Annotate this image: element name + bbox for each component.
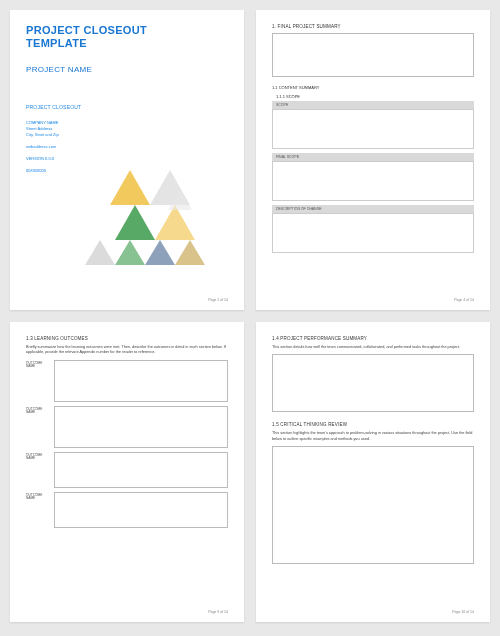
page-performance: 1.4 PROJECT PERFORMANCE SUMMARY This sec…	[256, 322, 490, 622]
page-cover: PROJECT CLOSEOUT TEMPLATE PROJECT NAME P…	[10, 10, 244, 310]
outcome-row: OUTCOME NAME	[26, 492, 228, 528]
page-learning-outcomes: 1.3 LEARNING OUTCOMES Briefly summarize …	[10, 322, 244, 622]
critical-thinking-field[interactable]	[272, 446, 474, 564]
desc-change-label: DESCRIPTION OF CHANGE	[272, 205, 474, 213]
city-state-zip: City, State and Zip	[26, 132, 228, 138]
scope-field[interactable]	[272, 109, 474, 149]
page-footer: Page 4 of 14	[454, 298, 474, 302]
outcome-label: OUTCOME NAME	[26, 360, 54, 402]
outcome-row: OUTCOME NAME	[26, 360, 228, 402]
project-name: PROJECT NAME	[26, 65, 228, 74]
page-footer: Page 1 of 14	[208, 298, 228, 302]
outcome-field[interactable]	[54, 452, 228, 488]
svg-marker-2	[115, 205, 155, 240]
doc-title-line2: TEMPLATE	[26, 37, 228, 50]
svg-marker-4	[85, 240, 115, 265]
critical-intro: This section highlights the team's appro…	[272, 431, 474, 442]
page-summary: 1. FINAL PROJECT SUMMARY 1.1 CONTENT SUM…	[256, 10, 490, 310]
outcome-field[interactable]	[54, 360, 228, 402]
final-scope-field[interactable]	[272, 161, 474, 201]
section-learning-outcomes: 1.3 LEARNING OUTCOMES	[26, 336, 228, 341]
section-scope: 1.1.1 SCOPE	[276, 94, 474, 99]
section-performance-summary: 1.4 PROJECT PERFORMANCE SUMMARY	[272, 336, 474, 341]
learning-intro: Briefly summarize how the learning outco…	[26, 345, 228, 356]
svg-marker-6	[145, 240, 175, 265]
outcome-label: OUTCOME NAME	[26, 406, 54, 448]
section-critical-thinking: 1.5 CRITICAL THINKING REVIEW	[272, 422, 474, 427]
svg-marker-7	[175, 240, 205, 265]
outcome-label: OUTCOME NAME	[26, 452, 54, 488]
section-content-summary: 1.1 CONTENT SUMMARY	[272, 85, 474, 90]
svg-marker-5	[115, 240, 145, 265]
outcome-row: OUTCOME NAME	[26, 452, 228, 488]
svg-marker-3	[155, 205, 195, 240]
performance-intro: This section details how well the team c…	[272, 345, 474, 350]
final-scope-label: FINAL SCOPE	[272, 153, 474, 161]
svg-marker-0	[110, 170, 150, 205]
final-summary-field[interactable]	[272, 33, 474, 77]
page-footer: Page 9 of 14	[208, 610, 228, 614]
page-footer: Page 10 of 14	[452, 610, 474, 614]
doc-title-line1: PROJECT CLOSEOUT	[26, 24, 228, 37]
outcome-label: OUTCOME NAME	[26, 492, 54, 528]
performance-field[interactable]	[272, 354, 474, 412]
outcome-row: OUTCOME NAME	[26, 406, 228, 448]
desc-change-field[interactable]	[272, 213, 474, 253]
outcome-field[interactable]	[54, 492, 228, 528]
outcome-field[interactable]	[54, 406, 228, 448]
closeout-label: PROJECT CLOSEOUT	[26, 104, 228, 110]
scope-label: SCOPE	[272, 101, 474, 109]
section-final-summary: 1. FINAL PROJECT SUMMARY	[272, 24, 474, 29]
triangle-decoration	[80, 150, 220, 270]
